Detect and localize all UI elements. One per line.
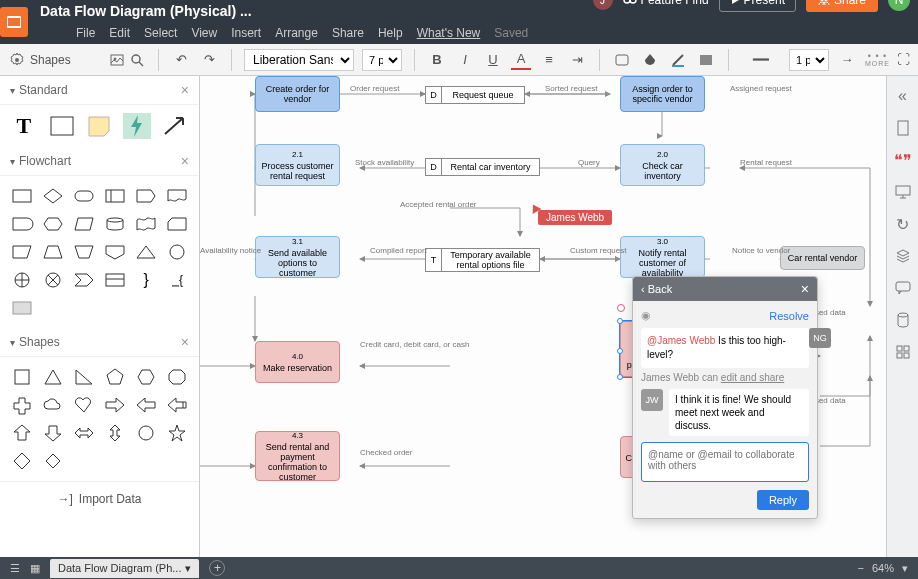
close-icon[interactable]: ×: [181, 153, 189, 169]
shape-circle[interactable]: [164, 240, 191, 264]
redo-button[interactable]: ↷: [199, 50, 219, 70]
shape-halfpill[interactable]: [8, 212, 35, 236]
shape-oct[interactable]: [164, 365, 191, 389]
chat-icon[interactable]: [893, 278, 913, 298]
present-icon[interactable]: [893, 182, 913, 202]
shape-cylinder[interactable]: [101, 212, 128, 236]
shape-arrow-pent[interactable]: [70, 268, 97, 292]
datastore-request-queue[interactable]: D Request queue: [425, 86, 525, 104]
shape-xcircle[interactable]: [39, 268, 66, 292]
app-logo[interactable]: [0, 7, 28, 37]
shape-rtri[interactable]: [70, 365, 97, 389]
shape-datastore[interactable]: [101, 184, 128, 208]
shape-hex2[interactable]: [133, 365, 160, 389]
align-button[interactable]: ≡: [539, 50, 559, 70]
node-vendor[interactable]: Car rental vendor: [780, 246, 865, 270]
text-color-button[interactable]: A: [511, 50, 531, 70]
import-data-button[interactable]: →] Import Data: [0, 481, 199, 516]
menu-share[interactable]: Share: [332, 26, 364, 40]
line-color-button[interactable]: [668, 50, 688, 70]
node-4-3[interactable]: 4.3Send rental and payment confirmation …: [255, 431, 340, 481]
list-view-icon[interactable]: ☰: [10, 562, 20, 575]
font-select[interactable]: Liberation Sans: [244, 49, 354, 71]
font-size-select[interactable]: 7 pt: [362, 49, 402, 71]
present-button[interactable]: Present: [719, 0, 796, 12]
shape-square[interactable]: [8, 365, 35, 389]
close-icon[interactable]: ×: [801, 281, 809, 297]
arrow-tool[interactable]: [161, 113, 189, 139]
shape-arr-lc[interactable]: [164, 393, 191, 417]
history-icon[interactable]: ↻: [893, 214, 913, 234]
bold-button[interactable]: B: [427, 50, 447, 70]
shape-dstore2[interactable]: [101, 268, 128, 292]
shape-trap3[interactable]: [70, 240, 97, 264]
underline-button[interactable]: U: [483, 50, 503, 70]
shape-pentagon-down[interactable]: [101, 240, 128, 264]
add-page-button[interactable]: +: [209, 560, 225, 576]
layers-icon[interactable]: [893, 246, 913, 266]
more-button[interactable]: • • •MORE: [865, 52, 890, 68]
shape-doc[interactable]: [164, 184, 191, 208]
shape-pent[interactable]: [101, 365, 128, 389]
close-icon[interactable]: ×: [181, 334, 189, 350]
node-4-0[interactable]: 4.0Make reservation: [255, 341, 340, 383]
shape-tag[interactable]: [133, 184, 160, 208]
shape-arr-lr[interactable]: [70, 421, 97, 445]
shape-cloud[interactable]: [39, 393, 66, 417]
shape-fillrect[interactable]: [8, 296, 35, 320]
section-standard[interactable]: ▾ Standard ×: [0, 76, 199, 105]
menu-whats-new[interactable]: What's New: [417, 26, 481, 40]
resolve-button[interactable]: Resolve: [769, 310, 809, 322]
zoom-out-button[interactable]: −: [858, 562, 864, 574]
tab-menu-icon[interactable]: ▾: [185, 562, 191, 575]
shape-brace2[interactable]: ⎯{: [164, 268, 191, 292]
text-tool[interactable]: T: [10, 113, 38, 139]
back-chevron-icon[interactable]: ‹: [641, 283, 645, 295]
zoom-level[interactable]: 64%: [872, 562, 894, 574]
shape-parallelogram[interactable]: [70, 212, 97, 236]
note-tool[interactable]: [86, 113, 114, 139]
page-icon[interactable]: [893, 118, 913, 138]
close-icon[interactable]: ×: [181, 82, 189, 98]
shape-arr-r[interactable]: [101, 393, 128, 417]
bolt-tool[interactable]: [123, 113, 151, 139]
shape-arr-u[interactable]: [8, 421, 35, 445]
edit-share-link[interactable]: edit and share: [721, 372, 784, 383]
search-icon[interactable]: [130, 53, 144, 67]
document-title[interactable]: Data Flow Diagram (Physical) ...: [40, 3, 252, 19]
shape-star[interactable]: [164, 421, 191, 445]
menu-file[interactable]: File: [76, 26, 95, 40]
shape-heart[interactable]: [70, 393, 97, 417]
node-3-1[interactable]: 3.1Send available options to customer: [255, 236, 340, 278]
data-icon[interactable]: [893, 310, 913, 330]
datastore-inventory[interactable]: D Rental car inventory: [425, 158, 540, 176]
undo-button[interactable]: ↶: [171, 50, 191, 70]
section-flowchart[interactable]: ▾ Flowchart ×: [0, 147, 199, 176]
expand-rail-icon[interactable]: «: [893, 86, 913, 106]
shape-diamond[interactable]: [39, 184, 66, 208]
back-button[interactable]: Back: [648, 283, 672, 295]
comment-input[interactable]: [641, 442, 809, 482]
shape-triangle[interactable]: [133, 240, 160, 264]
shape-style-button[interactable]: [612, 50, 632, 70]
collaborator-avatar[interactable]: J: [593, 0, 613, 10]
fullscreen-button[interactable]: ⛶: [898, 50, 918, 70]
node-assign-order[interactable]: Assign order to specific vendor: [620, 76, 705, 112]
section-shapes[interactable]: ▾ Shapes ×: [0, 328, 199, 357]
canvas[interactable]: Create order for vendor D Request queue …: [200, 76, 886, 557]
feature-find-button[interactable]: Feature Find: [623, 0, 709, 7]
node-2-1[interactable]: 2.1Process customer rental request: [255, 144, 340, 186]
fill-color-button[interactable]: [640, 50, 660, 70]
grid-view-icon[interactable]: ▦: [30, 562, 40, 575]
menu-edit[interactable]: Edit: [109, 26, 130, 40]
node-2-0[interactable]: 2.0Check car inventory: [620, 144, 705, 186]
menu-view[interactable]: View: [191, 26, 217, 40]
shape-rotsq[interactable]: [39, 449, 66, 473]
shape-circ2[interactable]: [133, 421, 160, 445]
stroke-width-select[interactable]: 1 px: [789, 49, 829, 71]
rect-tool[interactable]: [48, 113, 76, 139]
indent-button[interactable]: ⇥: [567, 50, 587, 70]
shape-arr-d[interactable]: [39, 421, 66, 445]
share-button[interactable]: Share: [806, 0, 878, 12]
line-style-button[interactable]: ━━: [741, 50, 781, 70]
